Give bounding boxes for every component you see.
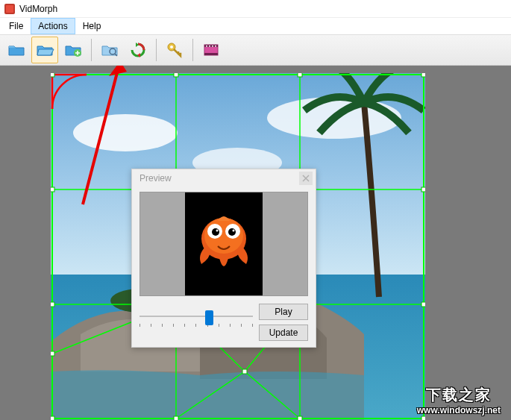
- app-title: VidMorph: [19, 4, 57, 14]
- preview-image: [185, 192, 263, 295]
- toolbar-separator: [91, 39, 92, 61]
- toolbar: [0, 34, 511, 66]
- preview-title-bar[interactable]: Preview: [132, 169, 316, 187]
- menu-actions[interactable]: Actions: [31, 18, 75, 34]
- app-icon: [4, 4, 15, 14]
- preview-slider[interactable]: [139, 312, 253, 333]
- tool-refresh[interactable]: [125, 37, 151, 63]
- slider-ticks: [139, 324, 253, 327]
- folder-icon: [7, 40, 26, 60]
- svg-rect-10: [215, 46, 216, 47]
- tool-folder-search[interactable]: [96, 37, 123, 63]
- film-icon: [201, 40, 221, 60]
- preview-controls: Play Update: [139, 304, 308, 341]
- preview-image-box: [139, 192, 308, 296]
- svg-point-12: [73, 114, 178, 151]
- refresh-icon: [128, 40, 148, 60]
- slider-thumb[interactable]: [205, 310, 213, 325]
- svg-point-53: [212, 228, 219, 236]
- watermark-line2: www.windowszj.net: [417, 405, 501, 416]
- tool-folder-3[interactable]: [60, 37, 87, 63]
- toolbar-separator: [192, 39, 193, 61]
- menu-bar: File Actions Help: [0, 18, 511, 34]
- svg-rect-8: [209, 46, 210, 47]
- svg-point-54: [228, 228, 236, 236]
- slider-track: [139, 316, 253, 317]
- preview-body: Play Update: [132, 187, 316, 345]
- preview-buttons: Play Update: [259, 304, 308, 341]
- key-icon: [165, 40, 184, 60]
- menu-help[interactable]: Help: [75, 18, 109, 34]
- title-bar: VidMorph: [0, 0, 511, 18]
- play-button[interactable]: Play: [259, 304, 308, 320]
- close-button[interactable]: [299, 172, 313, 185]
- svg-rect-9: [212, 46, 213, 47]
- tool-key[interactable]: [161, 37, 188, 63]
- update-button[interactable]: Update: [259, 325, 308, 341]
- svg-rect-7: [206, 46, 207, 47]
- watermark-line1: 下载之家: [417, 385, 501, 405]
- tool-folder-1[interactable]: [3, 37, 30, 63]
- watermark: 下载之家 www.windowszj.net: [417, 385, 501, 416]
- preview-title: Preview: [139, 173, 172, 184]
- canvas-area: Preview: [0, 66, 511, 420]
- tool-folder-2[interactable]: [31, 37, 58, 63]
- tool-film[interactable]: [198, 37, 225, 63]
- preview-dialog[interactable]: Preview: [131, 169, 316, 348]
- svg-rect-6: [204, 53, 218, 55]
- svg-point-3: [170, 46, 173, 48]
- svg-point-56: [233, 230, 235, 232]
- folder-add-icon: [63, 40, 83, 60]
- folder-search-icon: [100, 40, 119, 60]
- close-icon: [302, 175, 310, 182]
- toolbar-separator: [156, 39, 157, 61]
- folder-open-icon: [35, 40, 54, 60]
- menu-file[interactable]: File: [1, 18, 31, 34]
- svg-point-55: [216, 230, 219, 232]
